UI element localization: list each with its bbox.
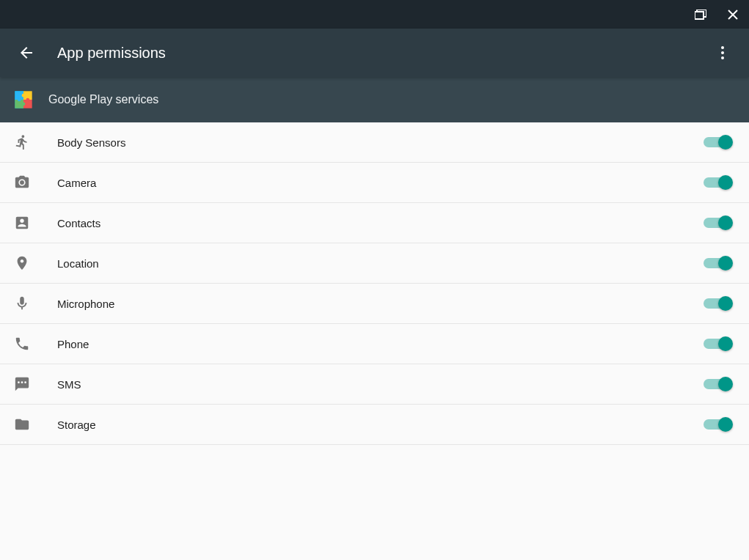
svg-point-3 xyxy=(721,56,724,59)
permission-toggle[interactable] xyxy=(704,377,730,391)
app-bar: App permissions xyxy=(0,29,749,77)
more-button[interactable] xyxy=(708,38,737,67)
svg-point-9 xyxy=(22,94,26,97)
permissions-list: Body SensorsCameraContactsLocationMicrop… xyxy=(0,122,749,445)
permission-label: SMS xyxy=(57,378,704,391)
back-arrow-icon xyxy=(18,44,35,62)
window-restore-icon[interactable] xyxy=(692,6,709,23)
page-title: App permissions xyxy=(57,45,708,62)
window-titlebar xyxy=(0,0,749,29)
svg-point-2 xyxy=(721,51,724,54)
location-icon xyxy=(13,254,31,272)
permission-row[interactable]: Phone xyxy=(0,324,749,364)
permission-toggle[interactable] xyxy=(704,336,730,351)
close-icon[interactable] xyxy=(724,6,742,23)
permission-label: Contacts xyxy=(57,217,704,229)
permission-label: Storage xyxy=(57,419,704,431)
back-button[interactable] xyxy=(12,38,41,67)
svg-point-11 xyxy=(22,103,26,106)
permission-toggle[interactable] xyxy=(704,256,730,270)
permission-label: Camera xyxy=(57,177,704,189)
permission-toggle[interactable] xyxy=(704,417,730,432)
permission-label: Body Sensors xyxy=(57,136,704,149)
permission-toggle[interactable] xyxy=(704,135,730,150)
permission-label: Phone xyxy=(57,338,704,350)
svg-point-12 xyxy=(18,98,21,102)
app-name: Google Play services xyxy=(48,93,158,106)
permission-row[interactable]: Body Sensors xyxy=(0,122,749,163)
permission-row[interactable]: Camera xyxy=(0,163,749,203)
permission-label: Microphone xyxy=(57,298,704,310)
permission-row[interactable]: Storage xyxy=(0,405,749,445)
play-services-icon xyxy=(12,88,35,111)
camera-icon xyxy=(13,174,31,191)
app-header: Google Play services xyxy=(0,77,749,122)
permission-toggle[interactable] xyxy=(704,175,730,190)
permission-row[interactable]: Microphone xyxy=(0,284,749,324)
permission-label: Location xyxy=(57,257,704,270)
permission-row[interactable]: Contacts xyxy=(0,203,749,243)
permission-row[interactable]: Location xyxy=(0,243,749,284)
svg-point-10 xyxy=(26,98,30,102)
svg-rect-0 xyxy=(695,12,704,19)
microphone-icon xyxy=(13,295,31,312)
permission-toggle[interactable] xyxy=(704,215,730,230)
svg-point-1 xyxy=(721,46,724,49)
permission-row[interactable]: SMS xyxy=(0,364,749,405)
sms-icon xyxy=(13,375,31,393)
more-vert-icon xyxy=(714,44,731,62)
storage-icon xyxy=(13,416,31,433)
phone-icon xyxy=(13,335,31,353)
permission-toggle[interactable] xyxy=(704,296,730,311)
body-sensors-icon xyxy=(13,133,31,151)
contacts-icon xyxy=(13,214,31,232)
